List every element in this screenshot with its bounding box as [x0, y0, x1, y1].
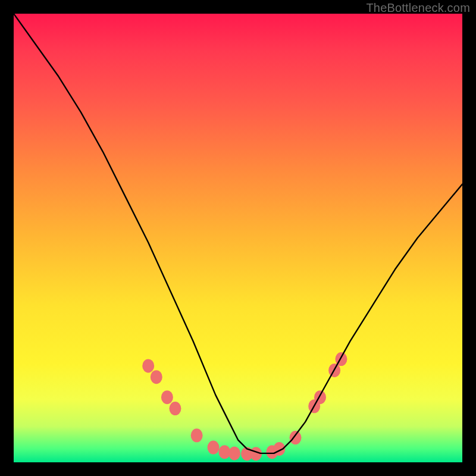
chart-svg: [14, 14, 462, 462]
data-marker: [208, 441, 220, 455]
plot-area: [14, 14, 462, 462]
data-marker: [290, 431, 302, 444]
data-marker: [161, 390, 173, 404]
attribution-label: TheBottleneck.com: [366, 1, 470, 15]
markers-group: [142, 352, 347, 461]
data-marker: [228, 446, 240, 460]
data-marker: [191, 428, 203, 442]
data-marker: [169, 402, 181, 415]
bottleneck-curve: [14, 14, 462, 453]
data-marker: [142, 359, 154, 372]
chart-frame: TheBottleneck.com: [0, 0, 476, 476]
data-marker: [151, 370, 162, 384]
